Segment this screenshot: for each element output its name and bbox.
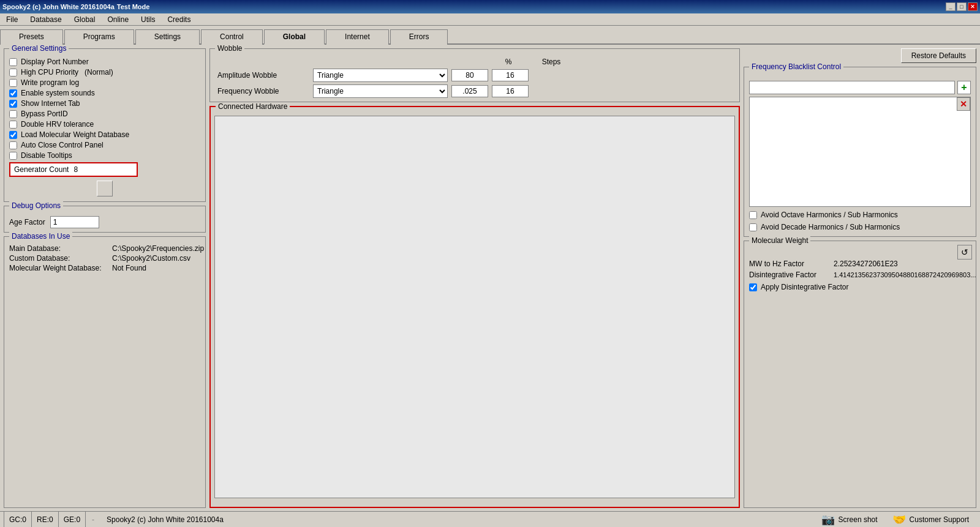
avoid-octave-checkbox[interactable] [749, 211, 757, 219]
tab-control[interactable]: Control [201, 29, 263, 45]
checkbox-display-port-input[interactable] [9, 58, 17, 66]
checkbox-write-log-input[interactable] [9, 79, 17, 87]
mw-to-hz-value: 2.25234272061E23 [834, 260, 898, 268]
placeholder-button[interactable] [97, 181, 113, 196]
checkbox-show-internet: Show Internet Tab [9, 99, 200, 108]
blacklist-input-row: + [749, 81, 971, 94]
ge-indicator: GE:0 [59, 512, 86, 527]
blacklist-remove-button[interactable]: ✕ [957, 97, 970, 111]
mw-db-value: Not Found [112, 264, 146, 272]
checkbox-bypass-port: Bypass PortID [9, 110, 200, 118]
menu-credits[interactable]: Credits [164, 14, 194, 25]
checkbox-high-cpu-input[interactable] [9, 69, 17, 77]
refresh-button[interactable]: ↺ [957, 245, 972, 260]
close-button[interactable]: ✕ [968, 2, 978, 11]
ge-value: GE:0 [64, 515, 80, 524]
checkbox-bypass-port-label: Bypass PortID [21, 110, 68, 118]
main-db-label: Main Database: [9, 244, 107, 253]
gc-indicator: GC:0 [4, 512, 32, 527]
checkbox-disable-tooltips: Disable Tooltips [9, 151, 200, 160]
blacklist-input-field[interactable] [749, 81, 955, 94]
wobble-frequency-pct[interactable] [451, 85, 488, 97]
title-bar-left: Spooky2 (c) John White 20161004a Test Mo… [2, 3, 149, 10]
screenshot-button[interactable]: 📷 Screen shot [814, 512, 885, 527]
generator-count-label: Generator Count [14, 165, 69, 174]
menu-utils[interactable]: Utils [137, 14, 159, 25]
re-value: RE:0 [37, 515, 53, 524]
hardware-list [214, 116, 735, 498]
wobble-amplitude-pct[interactable] [451, 69, 488, 81]
apply-disintegrative-row: Apply Disintegrative Factor [749, 283, 971, 291]
menu-global[interactable]: Global [70, 14, 99, 25]
avoid-decade-row: Avoid Decade Harmonics / Sub Harmonics [749, 223, 971, 231]
molecular-weight-title: Molecular Weight [749, 236, 810, 245]
general-settings-group: General Settings Display Port Number Hig… [4, 48, 206, 202]
right-panel: Restore Defaults Frequency Blacklist Con… [744, 48, 976, 508]
tab-global[interactable]: Global [264, 29, 325, 45]
avoid-octave-row: Avoid Octave Harmonics / Sub Harmonics [749, 211, 971, 219]
tab-presets[interactable]: Presets [0, 29, 63, 45]
left-panel: General Settings Display Port Number Hig… [4, 48, 206, 508]
wobble-amplitude-steps[interactable] [492, 69, 529, 81]
checkbox-bypass-port-input[interactable] [9, 110, 17, 118]
checkbox-enable-sounds-input[interactable] [9, 89, 17, 97]
customer-support-button[interactable]: 🤝 Customer Support [885, 512, 976, 527]
checkbox-write-log-label: Write program log [21, 78, 79, 87]
blacklist-list: ✕ [749, 97, 971, 207]
avoid-decade-checkbox[interactable] [749, 223, 757, 231]
checkbox-disable-tooltips-input[interactable] [9, 152, 17, 160]
mw-to-hz-label: MW to Hz Factor [749, 260, 829, 268]
tab-programs[interactable]: Programs [64, 29, 134, 45]
blacklist-add-button[interactable]: + [957, 81, 971, 94]
connected-hardware-title: Connected Hardware [216, 102, 290, 111]
main-db-row: Main Database: C:\Spooky2\Frequencies.zi… [9, 244, 200, 253]
apply-disintegrative-checkbox[interactable] [749, 283, 757, 291]
menu-database[interactable]: Database [26, 14, 65, 25]
status-divider: - [86, 515, 100, 524]
disintegrative-row: Disintegrative Factor 1.4142135623730950… [749, 271, 971, 279]
screenshot-label: Screen shot [839, 515, 878, 524]
checkbox-load-mol-input[interactable] [9, 131, 17, 139]
checkbox-show-internet-input[interactable] [9, 100, 17, 108]
gc-value: GC:0 [9, 515, 26, 524]
tab-settings[interactable]: Settings [135, 29, 200, 45]
main-db-value: C:\Spooky2\Frequencies.zip [112, 244, 204, 253]
menu-file[interactable]: File [2, 14, 21, 25]
main-content: General Settings Display Port Number Hig… [0, 45, 980, 512]
generator-count-box: Generator Count 8 [9, 162, 138, 177]
minimize-button[interactable]: _ [946, 2, 956, 11]
wobble-amplitude-label: Amplitude Wobble [217, 71, 309, 80]
wobble-amplitude-dropdown[interactable]: Triangle Sine Square Sawtooth [313, 69, 448, 82]
menu-bar: File Database Global Online Utils Credit… [0, 13, 980, 26]
disintegrative-label: Disintegrative Factor [749, 271, 829, 279]
app-mode: Test Mode [117, 3, 150, 10]
app-title: Spooky2 (c) John White 20161004a [2, 3, 115, 10]
tab-bar: Presets Programs Settings Control Global… [0, 26, 980, 45]
maximize-button[interactable]: □ [957, 2, 967, 11]
connected-hardware-group: Connected Hardware [209, 106, 740, 508]
checkbox-double-hrv-input[interactable] [9, 121, 17, 129]
checkbox-auto-close-input[interactable] [9, 141, 17, 149]
checkbox-double-hrv-label: Double HRV tolerance [21, 120, 94, 129]
support-label: Customer Support [910, 515, 969, 524]
checkbox-high-cpu-label: High CPU Priority [21, 68, 78, 77]
custom-db-row: Custom Database: C:\Spooky2\Custom.csv [9, 254, 200, 263]
wobble-frequency-dropdown[interactable]: Triangle Sine Square Sawtooth [313, 84, 448, 98]
avoid-octave-label: Avoid Octave Harmonics / Sub Harmonics [761, 211, 898, 219]
mw-db-row: Molecular Weight Database: Not Found [9, 264, 200, 272]
menu-online[interactable]: Online [104, 14, 132, 25]
disintegrative-value: 1.41421356237309504880168872420969803... [834, 271, 976, 278]
age-factor-input[interactable] [50, 216, 99, 228]
checkbox-double-hrv: Double HRV tolerance [9, 120, 200, 129]
age-factor-label: Age Factor [9, 218, 45, 226]
wobble-frequency-steps[interactable] [492, 85, 529, 97]
tab-internet[interactable]: Internet [326, 29, 389, 45]
checkbox-show-internet-label: Show Internet Tab [21, 99, 80, 108]
age-factor-row: Age Factor [9, 216, 200, 228]
re-indicator: RE:0 [32, 512, 59, 527]
checkbox-disable-tooltips-label: Disable Tooltips [21, 151, 72, 160]
camera-icon: 📷 [821, 513, 835, 526]
checkbox-display-port-label: Display Port Number [21, 58, 89, 66]
tab-errors[interactable]: Errors [390, 29, 448, 45]
restore-defaults-button[interactable]: Restore Defaults [901, 48, 976, 63]
